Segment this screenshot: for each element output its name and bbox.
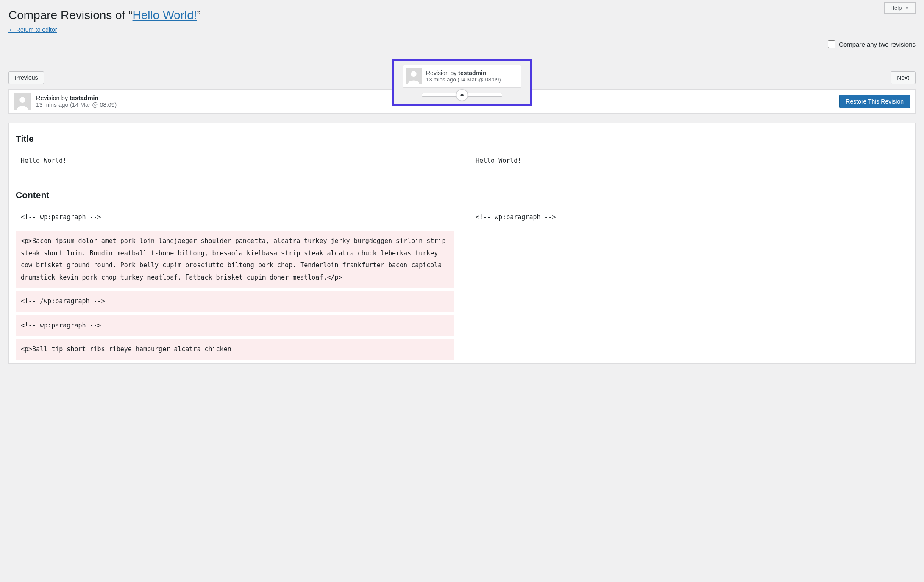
tooltip-time-abs: (14 Mar @ 08:09) bbox=[457, 76, 501, 83]
compare-any-two-toggle[interactable]: Compare any two revisions bbox=[828, 40, 916, 48]
diff-content-right bbox=[470, 315, 908, 336]
previous-button[interactable]: Previous bbox=[8, 71, 44, 84]
rev-time-rel: 13 mins ago bbox=[36, 101, 68, 108]
title-suffix: ” bbox=[197, 8, 201, 22]
help-label: Help bbox=[891, 5, 902, 11]
diff-title-left: Hello World! bbox=[16, 151, 454, 171]
diff-content-left: <p>Bacon ipsum dolor amet pork loin land… bbox=[16, 231, 454, 288]
rev-author: testadmin bbox=[70, 95, 99, 101]
next-button[interactable]: Next bbox=[891, 71, 916, 84]
rev-time-abs: (14 Mar @ 08:09) bbox=[70, 101, 117, 108]
arrow-right-icon: ▸ bbox=[462, 92, 465, 98]
svg-point-1 bbox=[411, 71, 416, 77]
diff-viewer: Title Hello World! Hello World! Content … bbox=[8, 123, 916, 364]
slider-highlight: Revision by testadmin 13 mins ago (14 Ma… bbox=[392, 59, 532, 106]
diff-content-left: <p>Ball tip short ribs ribeye hamburger … bbox=[16, 339, 454, 360]
diff-content-right bbox=[470, 339, 908, 360]
revision-slider-handle[interactable]: ◂ ▸ bbox=[456, 89, 468, 101]
tooltip-by-prefix: Revision by bbox=[426, 70, 458, 76]
return-to-editor-link[interactable]: ← Return to editor bbox=[8, 26, 57, 33]
diff-content-heading: Content bbox=[16, 190, 908, 200]
avatar bbox=[406, 68, 422, 84]
tooltip-author: testadmin bbox=[458, 70, 486, 76]
revision-tooltip: Revision by testadmin 13 mins ago (14 Ma… bbox=[403, 65, 521, 88]
diff-content-right bbox=[470, 291, 908, 312]
page-title: Compare Revisions of “Hello World!” bbox=[8, 8, 916, 23]
post-title-link[interactable]: Hello World! bbox=[133, 8, 197, 22]
tooltip-time-rel: 13 mins ago bbox=[426, 76, 456, 83]
avatar bbox=[14, 93, 31, 110]
restore-revision-button[interactable]: Restore This Revision bbox=[839, 95, 910, 108]
person-icon bbox=[406, 68, 422, 84]
diff-content-left: <!-- wp:paragraph --> bbox=[16, 207, 454, 228]
diff-title-right: Hello World! bbox=[470, 151, 908, 171]
person-icon bbox=[14, 94, 31, 110]
diff-content-right: <!-- wp:paragraph --> bbox=[470, 207, 908, 228]
rev-by-prefix: Revision by bbox=[36, 95, 70, 101]
diff-content-right bbox=[470, 231, 908, 288]
help-tab[interactable]: Help ▼ bbox=[884, 2, 916, 14]
diff-content-left: <!-- /wp:paragraph --> bbox=[16, 291, 454, 312]
arrow-left-icon: ◂ bbox=[459, 92, 462, 98]
compare-label: Compare any two revisions bbox=[839, 41, 916, 48]
diff-title-heading: Title bbox=[16, 134, 908, 144]
compare-checkbox[interactable] bbox=[828, 40, 835, 48]
svg-point-3 bbox=[19, 97, 25, 103]
diff-content-left: <!-- wp:paragraph --> bbox=[16, 315, 454, 336]
chevron-down-icon: ▼ bbox=[905, 6, 909, 11]
title-prefix: Compare Revisions of “ bbox=[8, 8, 133, 22]
